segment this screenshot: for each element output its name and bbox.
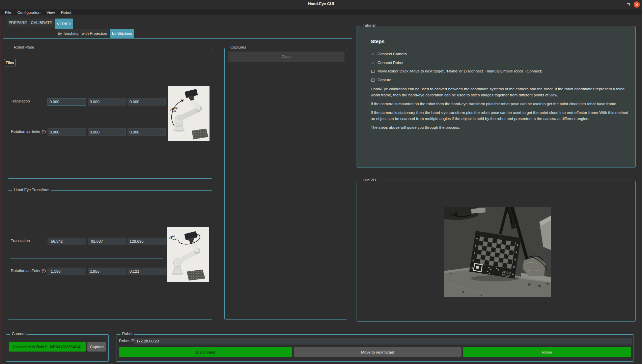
robot-pose-translation-y[interactable]: 0.000: [88, 98, 126, 105]
robot-pose-group-title: Robot Pose: [12, 45, 36, 49]
hand-eye-transform-group: Hand Eye Transform Translation -56.342 -…: [8, 190, 212, 320]
diagram-label-sup: ROB: [173, 107, 178, 109]
step-label: Move Robot (click 'Move to next target',…: [378, 69, 542, 73]
robot-pose-rotation-z[interactable]: 0.000: [128, 128, 166, 136]
step-connect-camera: ✓ Connect Camera: [371, 52, 407, 56]
camera-status-button[interactable]: Connected to Zivid 2+ MR60 (23383AGA): [9, 342, 86, 352]
hand-eye-separator: [10, 258, 163, 259]
close-icon[interactable]: ✕: [634, 1, 640, 8]
tutorial-group-title: Tutorial: [361, 23, 377, 27]
tab-prepare[interactable]: PREPARE: [7, 19, 28, 27]
robot-ip-label: Robot IP: [119, 339, 134, 343]
robot-base-to-ee-diagram: HROBEE: [168, 86, 210, 141]
check-icon: ✓: [371, 60, 376, 65]
subtab-with-projection[interactable]: with Projection: [80, 29, 109, 37]
robot-pose-translation-z[interactable]: 0.000: [128, 98, 166, 105]
robot-pose-translation-label: Translation: [11, 99, 30, 103]
move-to-next-target-button[interactable]: Move to next target: [294, 347, 462, 357]
hand-eye-rotation-x[interactable]: -1.396: [48, 268, 86, 275]
robot-pose-rotation-x[interactable]: 0.000: [48, 128, 86, 136]
diagram-label-sup: EE: [172, 235, 175, 237]
hand-eye-rotation-z[interactable]: 0.121: [128, 268, 166, 275]
tutorial-paragraph: Hand-Eye calibration can be used to conv…: [371, 86, 630, 98]
checkbox-unchecked-icon: [371, 70, 374, 73]
tab-pane-border: [3, 38, 352, 39]
captures-group-title: Captures: [229, 45, 248, 49]
tutorial-group: Tutorial Steps ✓ Connect Camera ✓ Connec…: [357, 26, 636, 168]
window-title: Hand-Eye GUI: [0, 2, 642, 6]
camera-group: Camera Connected to Zivid 2+ MR60 (23383…: [6, 334, 109, 362]
tutorial-paragraph: If the camera is mounted on the robot th…: [371, 101, 630, 107]
robot-group-title: Robot: [120, 332, 134, 336]
files-tab[interactable]: Files: [4, 59, 16, 66]
checkbox-unchecked-icon: [371, 79, 374, 82]
live-2d-group: Live 2D: [357, 181, 636, 322]
hand-eye-translation-x[interactable]: -56.342: [48, 238, 86, 245]
hand-eye-translation-label: Translation: [11, 239, 30, 243]
tab-calibrate[interactable]: CALIBRATE: [29, 19, 54, 27]
screen-edge: [0, 9, 1, 364]
captures-group: Captures Clear: [224, 48, 347, 320]
robot-pose-group: Robot Pose Files Translation 0.000 0.000…: [8, 48, 212, 179]
menu-file[interactable]: File: [2, 10, 15, 15]
menu-view[interactable]: View: [44, 10, 58, 15]
application-window: Hand-Eye GUI ― ✕ File Configuration View…: [0, 0, 642, 364]
robot-group: Robot Robot IP 172.28.60.23 Disconnect M…: [116, 334, 634, 362]
clear-button[interactable]: Clear: [228, 52, 344, 62]
tab-verify[interactable]: VERIFY: [55, 19, 73, 29]
tutorial-paragraph: If the camera is stationary then the han…: [371, 110, 630, 122]
ee-to-camera-diagram: HEECAM: [167, 227, 209, 282]
capture-button[interactable]: Capture: [87, 342, 106, 352]
hand-eye-rotation-y[interactable]: 2.855: [88, 268, 126, 275]
subtab-by-touching[interactable]: by Touching: [57, 29, 79, 37]
hand-eye-translation-z[interactable]: 128.695: [128, 238, 166, 245]
home-button[interactable]: Home: [463, 347, 631, 357]
maximize-icon[interactable]: [625, 1, 631, 8]
diagram-label-sub: EE: [173, 110, 176, 112]
disconnect-button[interactable]: Disconnect: [119, 347, 292, 357]
title-bar: Hand-Eye GUI ― ✕: [0, 0, 642, 9]
steps-heading: Steps: [371, 38, 385, 44]
live-2d-camera-feed: ZIVID: [444, 207, 551, 297]
diagram-label-sub: CAM: [172, 238, 177, 240]
check-icon: ✓: [371, 52, 376, 56]
hand-eye-group-title: Hand Eye Transform: [12, 188, 51, 192]
hand-eye-translation-y[interactable]: -92.637: [88, 238, 126, 245]
menu-robot[interactable]: Robot: [58, 10, 75, 15]
live-2d-group-title: Live 2D: [361, 178, 378, 182]
step-move-robot: Move Robot (click 'Move to next target',…: [371, 69, 542, 73]
step-capture: Capture: [371, 78, 391, 82]
step-label: Capture: [378, 78, 391, 82]
subtab-by-stitching[interactable]: by Stitching: [110, 29, 134, 38]
camera-group-title: Camera: [10, 332, 27, 336]
robot-pose-translation-x[interactable]: 0.000: [48, 98, 86, 105]
robot-pose-separator: [10, 119, 163, 119]
step-label: Connect Camera: [378, 52, 407, 56]
robot-pose-rotation-y[interactable]: 0.000: [88, 128, 126, 136]
minimize-icon[interactable]: ―: [616, 1, 622, 8]
menu-configuration[interactable]: Configuration: [15, 10, 44, 15]
menu-bar: File Configuration View Robot: [0, 9, 642, 15]
robot-pose-rotation-label: Rotation as Euler (°): [11, 129, 46, 133]
step-label: Connect Robot: [378, 61, 403, 65]
hand-eye-rotation-label: Rotation as Euler (°): [11, 269, 46, 273]
step-connect-robot: ✓ Connect Robot: [371, 60, 403, 65]
tutorial-paragraph: The steps above will guide you through t…: [371, 125, 630, 131]
robot-ip-field[interactable]: 172.28.60.23: [134, 338, 632, 344]
